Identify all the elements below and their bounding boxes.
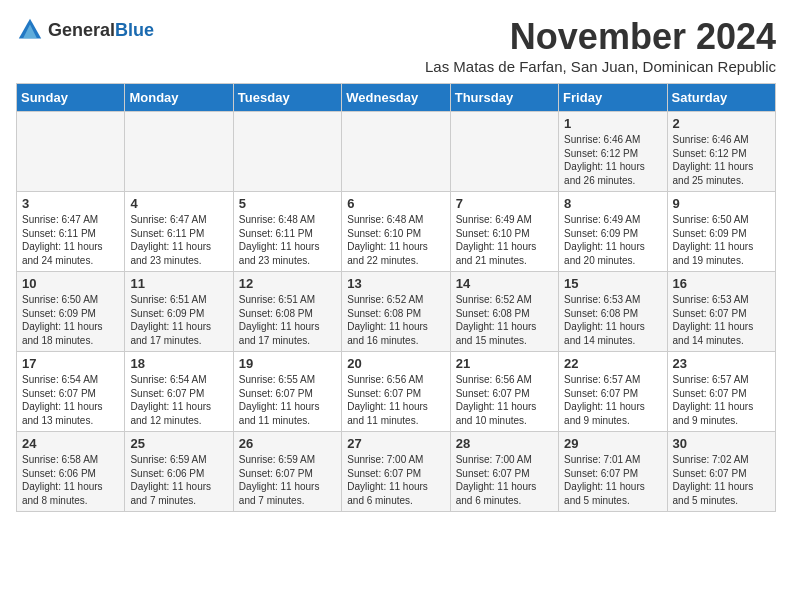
week-row-4: 24Sunrise: 6:58 AM Sunset: 6:06 PM Dayli… <box>17 432 776 512</box>
day-header-saturday: Saturday <box>667 84 775 112</box>
calendar-cell: 18Sunrise: 6:54 AM Sunset: 6:07 PM Dayli… <box>125 352 233 432</box>
calendar-header: SundayMondayTuesdayWednesdayThursdayFrid… <box>17 84 776 112</box>
day-number: 21 <box>456 356 553 371</box>
day-number: 27 <box>347 436 444 451</box>
logo-blue: Blue <box>115 20 154 40</box>
day-number: 7 <box>456 196 553 211</box>
calendar-cell: 20Sunrise: 6:56 AM Sunset: 6:07 PM Dayli… <box>342 352 450 432</box>
week-row-0: 1Sunrise: 6:46 AM Sunset: 6:12 PM Daylig… <box>17 112 776 192</box>
calendar-cell: 19Sunrise: 6:55 AM Sunset: 6:07 PM Dayli… <box>233 352 341 432</box>
day-info: Sunrise: 6:56 AM Sunset: 6:07 PM Dayligh… <box>347 373 444 427</box>
day-info: Sunrise: 6:57 AM Sunset: 6:07 PM Dayligh… <box>564 373 661 427</box>
logo-general: General <box>48 20 115 40</box>
calendar-cell <box>125 112 233 192</box>
day-info: Sunrise: 6:54 AM Sunset: 6:07 PM Dayligh… <box>130 373 227 427</box>
day-number: 9 <box>673 196 770 211</box>
day-number: 22 <box>564 356 661 371</box>
calendar-cell: 13Sunrise: 6:52 AM Sunset: 6:08 PM Dayli… <box>342 272 450 352</box>
calendar-cell: 27Sunrise: 7:00 AM Sunset: 6:07 PM Dayli… <box>342 432 450 512</box>
calendar-cell: 28Sunrise: 7:00 AM Sunset: 6:07 PM Dayli… <box>450 432 558 512</box>
calendar-cell: 21Sunrise: 6:56 AM Sunset: 6:07 PM Dayli… <box>450 352 558 432</box>
day-number: 2 <box>673 116 770 131</box>
day-info: Sunrise: 6:58 AM Sunset: 6:06 PM Dayligh… <box>22 453 119 507</box>
day-info: Sunrise: 7:01 AM Sunset: 6:07 PM Dayligh… <box>564 453 661 507</box>
day-info: Sunrise: 6:59 AM Sunset: 6:06 PM Dayligh… <box>130 453 227 507</box>
calendar-cell <box>233 112 341 192</box>
day-info: Sunrise: 6:51 AM Sunset: 6:09 PM Dayligh… <box>130 293 227 347</box>
day-info: Sunrise: 6:47 AM Sunset: 6:11 PM Dayligh… <box>22 213 119 267</box>
day-number: 5 <box>239 196 336 211</box>
day-number: 13 <box>347 276 444 291</box>
title-area: November 2024 Las Matas de Farfan, San J… <box>425 16 776 75</box>
calendar-cell: 25Sunrise: 6:59 AM Sunset: 6:06 PM Dayli… <box>125 432 233 512</box>
calendar-cell: 23Sunrise: 6:57 AM Sunset: 6:07 PM Dayli… <box>667 352 775 432</box>
calendar-cell: 22Sunrise: 6:57 AM Sunset: 6:07 PM Dayli… <box>559 352 667 432</box>
day-number: 1 <box>564 116 661 131</box>
day-info: Sunrise: 7:00 AM Sunset: 6:07 PM Dayligh… <box>347 453 444 507</box>
week-row-2: 10Sunrise: 6:50 AM Sunset: 6:09 PM Dayli… <box>17 272 776 352</box>
day-info: Sunrise: 6:47 AM Sunset: 6:11 PM Dayligh… <box>130 213 227 267</box>
day-number: 14 <box>456 276 553 291</box>
header-row: SundayMondayTuesdayWednesdayThursdayFrid… <box>17 84 776 112</box>
day-number: 11 <box>130 276 227 291</box>
day-number: 29 <box>564 436 661 451</box>
calendar-cell <box>450 112 558 192</box>
day-number: 17 <box>22 356 119 371</box>
calendar-cell: 30Sunrise: 7:02 AM Sunset: 6:07 PM Dayli… <box>667 432 775 512</box>
day-number: 25 <box>130 436 227 451</box>
calendar-cell <box>17 112 125 192</box>
calendar-body: 1Sunrise: 6:46 AM Sunset: 6:12 PM Daylig… <box>17 112 776 512</box>
day-info: Sunrise: 6:56 AM Sunset: 6:07 PM Dayligh… <box>456 373 553 427</box>
calendar-cell: 10Sunrise: 6:50 AM Sunset: 6:09 PM Dayli… <box>17 272 125 352</box>
calendar-cell: 1Sunrise: 6:46 AM Sunset: 6:12 PM Daylig… <box>559 112 667 192</box>
day-number: 26 <box>239 436 336 451</box>
day-info: Sunrise: 7:02 AM Sunset: 6:07 PM Dayligh… <box>673 453 770 507</box>
day-number: 8 <box>564 196 661 211</box>
day-number: 28 <box>456 436 553 451</box>
day-header-friday: Friday <box>559 84 667 112</box>
day-header-wednesday: Wednesday <box>342 84 450 112</box>
day-header-sunday: Sunday <box>17 84 125 112</box>
month-title: November 2024 <box>425 16 776 58</box>
calendar-cell: 17Sunrise: 6:54 AM Sunset: 6:07 PM Dayli… <box>17 352 125 432</box>
day-number: 12 <box>239 276 336 291</box>
day-number: 18 <box>130 356 227 371</box>
day-number: 23 <box>673 356 770 371</box>
calendar-cell: 26Sunrise: 6:59 AM Sunset: 6:07 PM Dayli… <box>233 432 341 512</box>
calendar-cell: 15Sunrise: 6:53 AM Sunset: 6:08 PM Dayli… <box>559 272 667 352</box>
day-number: 16 <box>673 276 770 291</box>
day-info: Sunrise: 6:49 AM Sunset: 6:10 PM Dayligh… <box>456 213 553 267</box>
day-info: Sunrise: 6:48 AM Sunset: 6:10 PM Dayligh… <box>347 213 444 267</box>
day-header-tuesday: Tuesday <box>233 84 341 112</box>
day-info: Sunrise: 6:51 AM Sunset: 6:08 PM Dayligh… <box>239 293 336 347</box>
day-info: Sunrise: 7:00 AM Sunset: 6:07 PM Dayligh… <box>456 453 553 507</box>
calendar-cell: 3Sunrise: 6:47 AM Sunset: 6:11 PM Daylig… <box>17 192 125 272</box>
day-number: 30 <box>673 436 770 451</box>
calendar: SundayMondayTuesdayWednesdayThursdayFrid… <box>16 83 776 512</box>
subtitle: Las Matas de Farfan, San Juan, Dominican… <box>425 58 776 75</box>
calendar-cell: 5Sunrise: 6:48 AM Sunset: 6:11 PM Daylig… <box>233 192 341 272</box>
calendar-cell: 14Sunrise: 6:52 AM Sunset: 6:08 PM Dayli… <box>450 272 558 352</box>
day-info: Sunrise: 6:46 AM Sunset: 6:12 PM Dayligh… <box>673 133 770 187</box>
day-number: 10 <box>22 276 119 291</box>
day-info: Sunrise: 6:48 AM Sunset: 6:11 PM Dayligh… <box>239 213 336 267</box>
calendar-cell: 8Sunrise: 6:49 AM Sunset: 6:09 PM Daylig… <box>559 192 667 272</box>
day-number: 15 <box>564 276 661 291</box>
day-number: 20 <box>347 356 444 371</box>
logo-icon <box>16 16 44 44</box>
day-info: Sunrise: 6:50 AM Sunset: 6:09 PM Dayligh… <box>673 213 770 267</box>
day-info: Sunrise: 6:57 AM Sunset: 6:07 PM Dayligh… <box>673 373 770 427</box>
day-info: Sunrise: 6:49 AM Sunset: 6:09 PM Dayligh… <box>564 213 661 267</box>
calendar-cell <box>342 112 450 192</box>
day-number: 6 <box>347 196 444 211</box>
day-info: Sunrise: 6:46 AM Sunset: 6:12 PM Dayligh… <box>564 133 661 187</box>
day-info: Sunrise: 6:53 AM Sunset: 6:08 PM Dayligh… <box>564 293 661 347</box>
calendar-cell: 16Sunrise: 6:53 AM Sunset: 6:07 PM Dayli… <box>667 272 775 352</box>
logo: GeneralBlue <box>16 16 154 44</box>
calendar-cell: 11Sunrise: 6:51 AM Sunset: 6:09 PM Dayli… <box>125 272 233 352</box>
day-number: 3 <box>22 196 119 211</box>
header: GeneralBlue November 2024 Las Matas de F… <box>16 16 776 75</box>
calendar-cell: 9Sunrise: 6:50 AM Sunset: 6:09 PM Daylig… <box>667 192 775 272</box>
calendar-cell: 24Sunrise: 6:58 AM Sunset: 6:06 PM Dayli… <box>17 432 125 512</box>
day-number: 19 <box>239 356 336 371</box>
